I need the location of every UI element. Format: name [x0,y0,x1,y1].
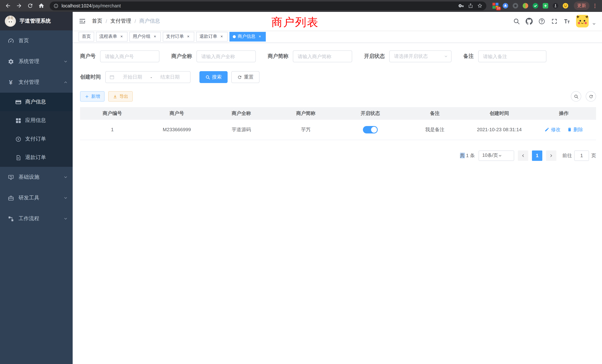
sidebar-item-label: 基础设施 [19,174,39,181]
export-button[interactable]: 导出 [108,91,133,102]
extension-green-check-icon[interactable] [532,3,539,9]
sidebar-item-payment[interactable]: ¥ 支付管理 [0,72,73,93]
extension-gray-icon[interactable] [512,3,519,9]
close-icon[interactable]: × [152,34,158,39]
sidebar-item-refund-order[interactable]: 退款订单 [0,148,73,167]
breadcrumb-payment[interactable]: 支付管理 [110,18,131,24]
pagination: 共 1 条 10条/页 1 前往 页 [80,150,596,161]
edit-pencil-icon [545,127,549,132]
tab-refund-order[interactable]: 退款订单 × [196,32,228,41]
sidebar-item-dev-tools[interactable]: 研发工具 [0,188,73,208]
toggle-search-button[interactable] [571,91,581,102]
tab-home[interactable]: 首页 [79,32,94,41]
cell-full-name: 芋道源码 [209,120,274,140]
sidebar-menu: 首页 系统管理 ¥ 支付管理 [0,30,73,229]
password-key-icon[interactable] [459,3,464,9]
next-page-button[interactable] [546,150,556,161]
sidebar: 芋道管理系统 首页 系统管理 ¥ [0,12,73,364]
search-icon [574,94,579,99]
calendar-icon [109,75,115,80]
sidebar-toggle-button[interactable] [79,17,86,25]
date-range-picker[interactable]: 开始日期 - 结束日期 [105,71,191,83]
sidebar-item-infrastructure[interactable]: 基础设施 [0,167,73,188]
sidebar-item-merchant-info[interactable]: 商户信息 [0,93,73,111]
page-content: 商户号 商户全称 商户简称 开启状态 请选择开启状态 [73,43,602,364]
share-icon[interactable] [468,3,473,9]
cell-status [338,120,403,140]
table-toolbar: 新增 导出 [80,91,596,102]
browser-forward-button[interactable] [14,1,24,11]
user-avatar[interactable] [576,15,589,27]
fullscreen-button[interactable] [551,18,558,25]
filter-label: 商户号 [80,53,96,60]
tab-pay-order[interactable]: 支付订单 × [163,32,194,41]
edit-link[interactable]: 修改 [545,126,560,133]
hamburger-icon [79,17,86,25]
extension-green-square-icon[interactable] [542,3,549,9]
sidebar-item-pay-order[interactable]: 支付订单 [0,130,73,148]
sidebar-item-workflow[interactable]: 工作流程 [0,208,73,229]
sidebar-item-system[interactable]: 系统管理 [0,51,73,72]
logo[interactable]: 芋道管理系统 [0,12,73,30]
bookmark-star-icon[interactable] [477,3,483,9]
remark-input[interactable] [478,50,546,62]
payment-submenu: 商户信息 应用信息 支付订单 [0,93,73,167]
close-icon[interactable]: × [119,34,124,39]
extension-avatar-icon[interactable] [522,3,529,9]
browser-reload-button[interactable] [25,1,35,11]
merchant-no-input[interactable] [100,50,159,62]
refresh-table-button[interactable] [586,91,596,102]
date-end-placeholder[interactable]: 结束日期 [153,74,186,80]
add-button[interactable]: 新增 [80,91,105,102]
github-button[interactable] [526,18,533,25]
search-button[interactable] [513,18,520,25]
close-icon[interactable]: × [257,34,262,39]
short-name-input[interactable] [293,50,352,62]
extension-blue-icon[interactable] [502,3,509,9]
chevron-down-icon [63,175,68,179]
order-icon [15,136,22,142]
close-icon[interactable]: × [186,34,191,39]
search-button-form[interactable]: 搜索 [199,71,228,83]
close-icon[interactable]: × [219,34,224,39]
browser-menu-button[interactable] [591,2,599,10]
status-toggle[interactable] [363,126,378,133]
breadcrumb-home[interactable]: 首页 [92,18,102,24]
extension-pin-icon[interactable] [552,3,559,9]
goto-page-input[interactable] [574,150,589,161]
font-size-button[interactable] [563,18,570,25]
browser-back-button[interactable] [3,1,13,11]
page-size-select[interactable]: 10条/页 [479,150,514,161]
col-remark: 备注 [403,107,467,120]
search-icon [205,75,210,79]
filter-row-1: 商户号 商户全称 商户简称 开启状态 请选择开启状态 [80,50,596,62]
sidebar-item-home[interactable]: 首页 [0,30,73,51]
prev-page-button[interactable] [518,150,528,161]
tab-merchant-info[interactable]: 商户信息 × [229,32,266,41]
chevron-down-icon [444,54,448,59]
reset-button[interactable]: 重置 [231,71,259,83]
cell-merchant-no: M233666999 [145,120,209,140]
browser-home-button[interactable] [36,1,46,11]
address-bar[interactable]: localhost:1024/pay/merchant [50,1,486,10]
delete-link[interactable]: 删除 [567,126,583,133]
trash-icon [567,127,572,132]
status-select[interactable]: 请选择开启状态 [389,50,452,62]
date-start-placeholder[interactable]: 开始日期 [116,74,149,80]
full-name-input[interactable] [196,50,256,62]
refresh-icon [237,75,242,79]
extension-emoji-icon[interactable] [562,3,569,9]
pagination-total: 共 1 条 [460,152,475,159]
page-number-button[interactable]: 1 [532,150,542,161]
site-info-icon[interactable] [53,3,59,8]
sidebar-item-app-info[interactable]: 应用信息 [0,111,73,130]
browser-update-button[interactable]: 更新 [574,1,589,10]
col-status: 开启状态 [338,107,403,120]
tab-user-group[interactable]: 用户分组 × [129,32,161,41]
tab-process-form[interactable]: 流程表单 × [96,32,128,41]
extension-apps-icon[interactable]: 10 [492,3,499,9]
bank-card-icon [15,99,22,105]
docs-help-button[interactable] [538,18,545,25]
main-panel: 首页 / 支付管理 / 商户信息 商户列表 [73,12,602,364]
sidebar-item-label: 退款订单 [25,154,46,161]
